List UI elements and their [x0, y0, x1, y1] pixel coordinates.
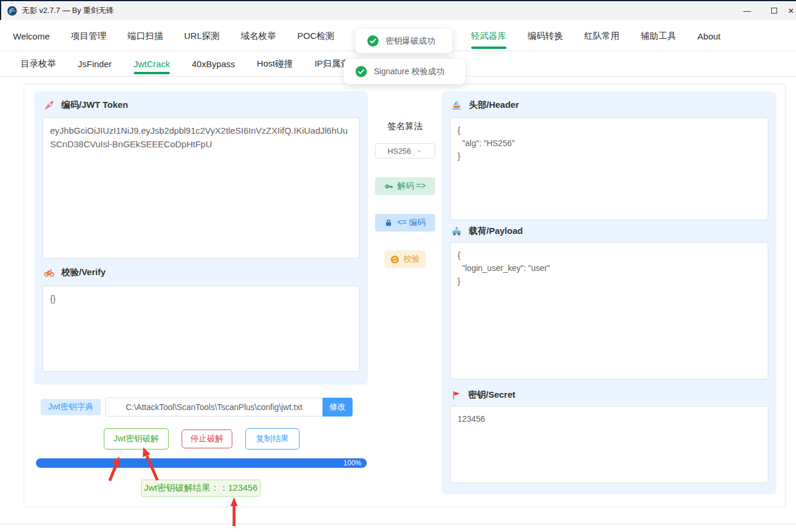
maximize-button[interactable]: [761, 1, 788, 20]
nav-project-management[interactable]: 项目管理: [71, 21, 106, 51]
verify-section-header: 校验/Verify: [44, 267, 106, 278]
check-circle-icon: [367, 35, 379, 47]
refresh-circle-icon: [390, 255, 399, 264]
payload-section-header: 载荷/Payload: [451, 226, 523, 237]
jwt-dict-button[interactable]: Jwt密钥字典: [41, 399, 101, 415]
nav-domain-enum[interactable]: 域名枚举: [241, 21, 276, 51]
chevron-down-icon: [416, 147, 423, 154]
decode-button[interactable]: 解码 =>: [375, 177, 435, 195]
nav-port-scan[interactable]: 端口扫描: [127, 21, 163, 51]
flag-icon: [451, 390, 462, 401]
decode-label: 解码 =>: [397, 181, 426, 191]
nav-about[interactable]: About: [698, 21, 721, 51]
minimize-button[interactable]: —: [733, 1, 761, 20]
header-section-title: 头部/Header: [469, 100, 519, 111]
secret-section-title: 密钥/Secret: [468, 389, 515, 401]
nav-encode-convert[interactable]: 编码转换: [528, 21, 563, 51]
check-circle-icon: [356, 66, 367, 77]
secret-section-header: 密钥/Secret: [451, 389, 515, 401]
dict-path-group: 修改: [105, 398, 353, 417]
toast-key-crack-success: 密钥爆破成功: [356, 29, 452, 53]
payload-json-area[interactable]: { "login_user_key": "user" }: [450, 242, 768, 379]
window-title: 无影 v2.7.7 — By 重剑无锋: [22, 5, 114, 16]
encode-verify-panel: 编码/JWT Token eyJhbGciOiJIUzI1NiJ9.eyJsb2…: [34, 91, 368, 385]
lock-icon: [384, 219, 393, 227]
minimize-icon: —: [744, 6, 751, 15]
page-divider: [0, 524, 796, 524]
window-controls: — ✕: [733, 1, 796, 20]
tab-host-collide[interactable]: Host碰撞: [257, 52, 293, 76]
algorithm-select[interactable]: HS256: [375, 143, 435, 158]
verify-button[interactable]: 校验: [384, 250, 426, 268]
verify-section-title: 校验/Verify: [61, 267, 106, 278]
tab-40xbypass[interactable]: 40xBypass: [192, 52, 235, 76]
dict-path-input[interactable]: [105, 398, 323, 417]
encode-label: <= 编码: [397, 217, 425, 228]
maximize-icon: [771, 8, 777, 14]
app-logo-icon: [7, 6, 17, 16]
close-icon: ✕: [788, 6, 794, 15]
tab-jsfinder[interactable]: JsFinder: [78, 52, 112, 76]
toast-signature-verify-success: Signature 校验成功: [344, 59, 465, 84]
encode-button[interactable]: <= 编码: [375, 214, 435, 232]
header-section-header: 头部/Header: [451, 100, 519, 111]
window-titlebar: 无影 v2.7.7 — By 重剑无锋 — ✕: [0, 1, 796, 20]
copy-result-button[interactable]: 复制结果: [245, 428, 300, 450]
progress-bar: 100%: [36, 458, 367, 468]
boat-icon: [451, 100, 462, 111]
stop-crack-button[interactable]: 停止破解: [182, 429, 232, 448]
algorithm-value: HS256: [387, 147, 411, 156]
encode-section-title: 编码/JWT Token: [61, 100, 128, 111]
bicycle-icon: [44, 267, 55, 278]
key-icon: [384, 182, 393, 191]
verify-label: 校验: [403, 254, 420, 265]
crack-button[interactable]: Jwt密钥破解: [104, 428, 169, 450]
modify-button[interactable]: 修改: [323, 398, 353, 417]
encode-section-header: 编码/JWT Token: [44, 100, 128, 111]
secret-area[interactable]: 123456: [450, 406, 768, 483]
progress-percent: 100%: [343, 459, 361, 467]
header-json-area[interactable]: { "alg": "HS256" }: [450, 117, 768, 220]
jwtcrack-panel: 编码/JWT Token eyJhbGciOiJIUzI1NiJ9.eyJsb2…: [24, 84, 786, 507]
nav-helper-tools[interactable]: 辅助工具: [641, 21, 676, 51]
police-car-icon: [451, 226, 462, 237]
jwt-token-input[interactable]: eyJhbGciOiJIUzI1NiJ9.eyJsb2dpbl91c2VyX2t…: [42, 117, 360, 259]
tab-jwtcrack[interactable]: JwtCrack: [134, 52, 170, 76]
tab-dir-enum[interactable]: 目录枚举: [21, 52, 56, 76]
nav-poc-check[interactable]: POC检测: [297, 21, 334, 51]
decoded-panel: 头部/Header { "alg": "HS256" } 载荷/Payload …: [442, 91, 777, 494]
toast-text: Signature 校验成功: [374, 67, 445, 77]
payload-section-title: 载荷/Payload: [469, 226, 523, 237]
rocket-icon: [44, 100, 55, 111]
algorithm-label: 签名算法: [375, 121, 435, 132]
nav-url-probe[interactable]: URL探测: [184, 21, 219, 51]
nav-redteam-common[interactable]: 红队常用: [584, 21, 620, 51]
verify-input[interactable]: {}: [42, 286, 360, 372]
nav-welcome[interactable]: Welcome: [13, 21, 50, 51]
crack-result-badge: Jwt密钥破解结果：：123456: [141, 480, 261, 497]
toast-text: 密钥爆破成功: [386, 36, 435, 47]
close-button[interactable]: ✕: [788, 1, 796, 20]
nav-light-arsenal[interactable]: 轻武器库: [471, 21, 506, 51]
